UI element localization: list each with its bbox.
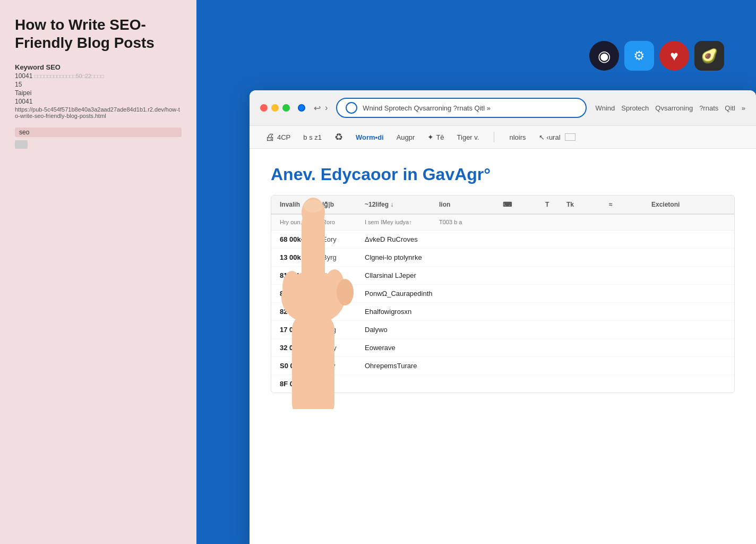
sh-2: Roro [322,219,365,226]
close-button[interactable] [260,104,268,112]
browser-window: ↩ › Wnind Sprotech Qvsarroning ?rnats Qi… [250,90,756,544]
data-table: Invalih lg̃|b ~12lifeg ↓ lion ⌨ T Tk ≈ E… [271,195,735,393]
seo-tag[interactable]: seo [15,128,182,137]
cell-desc-1: ΔvkeD RuCroves [365,235,439,243]
cell-desc-4: PonwΩ_Caurapedinth [365,290,439,298]
toolbar-label-nloirs: nloirs [509,133,526,141]
action-1[interactable]: Wnind [595,104,615,112]
toolbar-item-te[interactable]: ✦ Tē [427,133,444,141]
search-circle-icon [346,102,357,114]
action-4[interactable]: ?rnats [699,104,718,112]
cell-desc-7: Eowerave [365,344,439,352]
cell-vol-6: 17 004• [280,326,322,334]
maximize-button[interactable] [282,104,290,112]
cell-vol-5: 82 00k• [280,308,322,316]
sh-1: Hry oun⊥ [280,219,322,226]
action-5[interactable]: Qitl [725,104,735,112]
action-2[interactable]: Sprotech [621,104,649,112]
dark-circle-app-icon[interactable]: ◉ [589,41,619,71]
action-3[interactable]: Qvsarroning [655,104,693,112]
cell-kw-5: Bury [322,308,365,316]
cell-vol-9: 8F 00k• [280,380,322,388]
cell-kw-7: Bory [322,344,365,352]
blue-app-icon[interactable]: ⚙ [624,41,654,71]
title-part1: Anev. [271,165,316,184]
toolbar-label-worn: Worm•di [356,133,384,141]
table-row: 8F 00k• [271,375,734,393]
th-excietoni: Excietoni [651,201,705,208]
cell-vol-8: S0 00k• [280,362,322,370]
th-invalih: Invalih [280,201,322,208]
toolbar-label-1: 4CP [277,133,290,141]
table-row: 81 00k• Egry Cllarsinal LJeper [271,267,734,285]
toolbar-icon-aural: ↖ [539,133,545,141]
leaf-app-icon[interactable]: 🥑 [694,41,724,71]
address-bar[interactable]: Wnind Sprotech Qvsarroning ?rnats Qitl » [336,98,587,118]
toolbar-item-2[interactable]: b s z1 [303,133,322,141]
table-row: 13 00k→ Byrg Clgnei-lo ptolynrke [271,249,734,267]
minimize-button[interactable] [271,104,279,112]
th-tk: Tk [566,201,609,208]
toolbar-icon-1: 🖨 [265,132,275,143]
th-approx: ≈ [609,201,651,208]
toolbar-item-3[interactable]: ♻ [334,131,343,143]
nav-forward[interactable]: › [325,103,328,113]
cell-desc-2: Clgnei-lo ptolynrke [365,253,439,261]
toolbar-item-aural[interactable]: ↖ ‹ural [539,133,575,141]
nav-back[interactable]: ↩ [314,103,321,113]
cell-kw-2: Byrg [322,253,365,261]
cell-kw-8: Nillv [322,362,365,370]
table-row: 32 00k• Bory Eowerave [271,339,734,357]
table-row: 82 00k• Bury Ehalfowigrosxn [271,303,734,321]
th-lion: lion [439,201,503,208]
browser-content: Anev. Edycaoor in GavAgr° Invalih lg̃|b … [250,149,756,409]
browser-chrome: ↩ › Wnind Sprotech Qvsarroning ?rnats Qi… [250,90,756,126]
toolbar-item-nloirs[interactable]: nloirs [509,133,526,141]
toolbar-icon-3: ♻ [334,131,343,143]
cell-kw-6: Rylg [322,326,365,334]
title-part3: in [402,165,417,184]
browser-page-title: Anev. Edycaoor in GavAgr° [271,165,735,184]
cell-vol-1: 68 00k• [280,235,322,243]
page-title: How to Write SEO-Friendly Blog Posts [15,16,182,52]
cell-desc-6: Dalywo [365,326,439,334]
table-row: S0 00k• Nillv OhrepemsTurare [271,357,734,375]
cell-desc-8: OhrepemsTurare [365,362,439,370]
toolbar-label-aural: ‹ural [547,133,561,141]
cell-kw-4: Bylg [322,290,365,298]
sidebar: How to Write SEO-Friendly Blog Posts Key… [0,0,196,544]
app-icons-group: ◉ ⚙ ♥ 🥑 [589,41,724,71]
table-subheader-row: Hry oun⊥ Roro I sem IMey iudya↑ T003 b a [271,215,734,231]
toolbar-item-tiger[interactable]: Tiger v. [457,133,479,141]
extra-button[interactable] [298,104,305,112]
heart-app-icon[interactable]: ♥ [659,41,689,71]
toolbar-item-worn-ji[interactable]: Worm•di [356,133,384,141]
meta-zip: 10041 [15,98,182,105]
meta-url: https://pub-5c454f571b8e40a3a2aad27ade84… [15,106,182,119]
toolbar-item-augpr[interactable]: Augpr [397,133,415,141]
toolbar-separator [494,132,494,142]
toolbar-box [565,133,575,141]
sh-6 [545,219,566,226]
cell-vol-2: 13 00k→ [280,253,322,261]
th-12lifeg: ~12lifeg ↓ [365,201,439,208]
action-more[interactable]: » [742,104,745,112]
sh-8 [609,219,651,226]
title-part4: GavAgr° [423,165,491,184]
sh-3: I sem IMey iudya↑ [365,219,439,226]
table-row: 68 00k• Eory ΔvkeD RuCroves [271,231,734,249]
cell-vol-4: 80 00k• [280,290,322,298]
toolbar-item-1[interactable]: 🖨 4CP [265,132,290,143]
traffic-lights [260,104,305,112]
toolbar-label-tiger: Tiger v. [457,133,479,141]
cell-desc-5: Ehalfowigrosxn [365,308,439,316]
sh-4: T003 b a [439,219,503,226]
browser-nav: ↩ › [314,103,328,113]
main-area: ◉ ⚙ ♥ 🥑 ↩ [196,0,756,544]
table-row: 80 00k• Bylg PonwΩ_Caurapedinth [271,285,734,303]
toolbar-label-te: Tē [436,133,444,141]
cell-kw-3: Egry [322,271,365,279]
meta-city: Taipei [15,89,182,97]
browser-toolbar: 🖨 4CP b s z1 ♻ Worm•di Augpr ✦ Tē Tiger … [250,126,756,149]
table-header-row: Invalih lg̃|b ~12lifeg ↓ lion ⌨ T Tk ≈ E… [271,196,734,215]
